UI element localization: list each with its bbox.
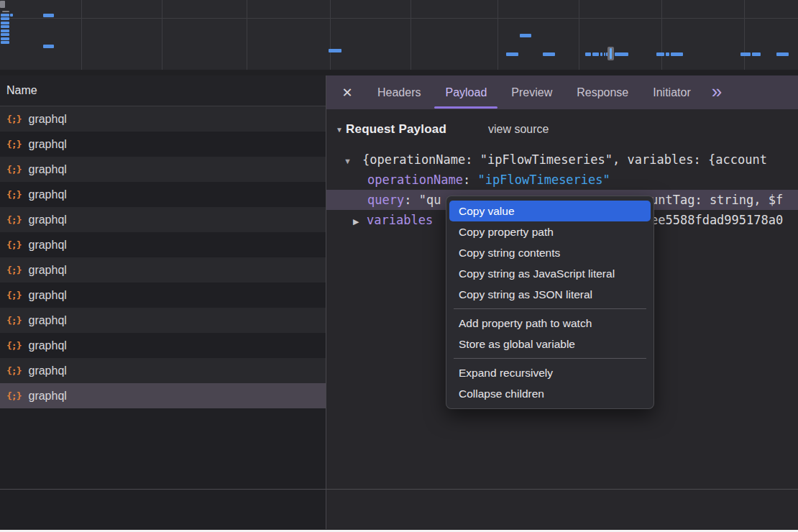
menu-item-add-property-path-to-watch[interactable]: Add property path to watch xyxy=(449,313,651,334)
key-separator: : xyxy=(404,193,418,207)
json-request-icon: {;} xyxy=(6,290,21,301)
request-name-label: graphql xyxy=(28,163,66,176)
json-request-icon: {;} xyxy=(6,164,21,175)
request-row[interactable]: {;}graphql xyxy=(0,283,326,308)
json-request-icon: {;} xyxy=(6,340,21,351)
property-key: variables xyxy=(367,213,433,227)
menu-item-copy-string-as-json-literal[interactable]: Copy string as JSON literal xyxy=(449,284,651,305)
close-icon[interactable]: ✕ xyxy=(336,82,358,104)
key-separator: : xyxy=(463,173,477,187)
request-timing-bar xyxy=(10,14,13,17)
request-timing-bar xyxy=(1,14,9,17)
request-name-label: graphql xyxy=(28,289,66,302)
json-request-icon: {;} xyxy=(6,365,21,376)
request-timing-bar xyxy=(1,17,9,20)
request-name-label: graphql xyxy=(28,113,66,126)
request-payload-section: ▼ Request Payload view source xyxy=(326,119,798,139)
overview-gridline xyxy=(162,0,162,75)
request-timing-bar xyxy=(592,52,599,56)
request-timing-bar xyxy=(585,52,591,56)
devtools-network-panel: Name {;}graphql{;}graphql{;}graphql{;}gr… xyxy=(0,0,798,532)
request-row[interactable]: {;}graphql xyxy=(0,207,326,232)
network-overview-timeline[interactable] xyxy=(0,0,798,76)
request-timing-bar xyxy=(1,25,9,28)
request-timing-bar xyxy=(0,1,5,8)
property-value-right: untTag: string, $f xyxy=(651,190,783,210)
tab-initiator[interactable]: Initiator xyxy=(641,75,702,109)
overview-gridline xyxy=(744,0,745,75)
payload-operationname-row[interactable]: operationName: "ipFlowTimeseries" xyxy=(326,170,798,190)
request-timing-bar xyxy=(1,22,9,24)
json-request-icon: {;} xyxy=(6,214,21,225)
tab-preview[interactable]: Preview xyxy=(499,75,564,109)
payload-root-row[interactable]: ▼{operationName: "ipFlowTimeseries", var… xyxy=(326,150,798,170)
property-key: operationName xyxy=(367,173,463,187)
json-request-icon: {;} xyxy=(6,265,21,275)
request-timing-bar xyxy=(1,41,9,44)
tab-payload[interactable]: Payload xyxy=(433,75,499,109)
json-request-icon: {;} xyxy=(6,390,21,401)
request-timing-bar xyxy=(543,52,555,56)
menu-item-copy-value[interactable]: Copy value xyxy=(449,201,651,221)
requests-panel: Name {;}graphql{;}graphql{;}graphql{;}gr… xyxy=(0,75,326,529)
menu-item-expand-recursively[interactable]: Expand recursively xyxy=(449,362,651,383)
request-row[interactable]: {;}graphql xyxy=(0,157,326,182)
request-timing-bar xyxy=(329,49,341,52)
name-column-header[interactable]: Name xyxy=(0,75,326,106)
overview-bottom-strip xyxy=(0,70,798,75)
property-value-left: "qu xyxy=(419,193,441,207)
request-timing-bar xyxy=(43,45,54,48)
request-timing-bar xyxy=(520,34,531,37)
overview-gridline xyxy=(247,0,247,75)
request-timing-bar xyxy=(671,52,683,56)
request-row[interactable]: {;}graphql xyxy=(0,106,326,132)
overview-gridline xyxy=(579,0,579,75)
collapsed-triangle-icon[interactable]: ▶ xyxy=(353,211,367,230)
request-row[interactable]: {;}graphql xyxy=(0,257,326,283)
menu-item-store-as-global-variable[interactable]: Store as global variable xyxy=(449,334,651,354)
section-expand-triangle-icon[interactable]: ▼ xyxy=(336,126,346,134)
json-request-icon: {;} xyxy=(6,239,21,250)
request-row[interactable]: {;}graphql xyxy=(0,182,326,207)
overview-gridline xyxy=(330,0,331,75)
json-request-icon: {;} xyxy=(6,114,21,124)
view-source-link[interactable]: view source xyxy=(488,123,549,136)
menu-item-copy-string-as-javascript-literal[interactable]: Copy string as JavaScript literal xyxy=(449,263,651,284)
request-timing-bar xyxy=(2,11,9,12)
menu-item-copy-property-path[interactable]: Copy property path xyxy=(449,221,651,242)
name-column-label: Name xyxy=(6,84,37,97)
request-name-label: graphql xyxy=(28,314,66,327)
more-tabs-icon[interactable]: » xyxy=(712,82,722,104)
request-row[interactable]: {;}graphql xyxy=(0,383,326,408)
overview-hover-tick xyxy=(610,48,612,59)
json-request-icon: {;} xyxy=(6,315,21,326)
menu-item-copy-string-contents[interactable]: Copy string contents xyxy=(449,242,651,263)
request-name-label: graphql xyxy=(28,239,66,252)
request-row[interactable]: {;}graphql xyxy=(0,232,326,257)
menu-item-collapse-children[interactable]: Collapse children xyxy=(449,383,651,404)
menu-separator xyxy=(454,308,646,309)
request-timing-bar xyxy=(506,52,518,56)
overview-gridline xyxy=(497,0,498,75)
tab-headers[interactable]: Headers xyxy=(365,75,433,109)
tab-response[interactable]: Response xyxy=(564,75,641,109)
request-timing-bar xyxy=(604,52,605,56)
request-row[interactable]: {;}graphql xyxy=(0,132,326,157)
expand-triangle-icon[interactable]: ▼ xyxy=(344,151,362,170)
json-request-icon: {;} xyxy=(6,189,21,200)
request-timing-bar xyxy=(740,52,751,56)
json-request-icon: {;} xyxy=(6,139,21,150)
details-tabbar: ✕ HeadersPayloadPreviewResponseInitiator… xyxy=(326,75,798,109)
request-name-label: graphql xyxy=(28,214,66,226)
request-timing-bar xyxy=(1,29,9,32)
main-split: Name {;}graphql{;}graphql{;}graphql{;}gr… xyxy=(0,75,798,529)
overview-row-divider xyxy=(0,18,798,19)
request-row[interactable]: {;}graphql xyxy=(0,308,326,333)
request-timing-bar xyxy=(43,14,54,17)
request-name-label: graphql xyxy=(28,364,66,377)
property-value: "ipFlowTimeseries" xyxy=(478,173,610,187)
request-name-label: graphql xyxy=(28,264,66,277)
request-row[interactable]: {;}graphql xyxy=(0,358,326,383)
request-timing-bar xyxy=(600,52,602,56)
request-row[interactable]: {;}graphql xyxy=(0,333,326,358)
